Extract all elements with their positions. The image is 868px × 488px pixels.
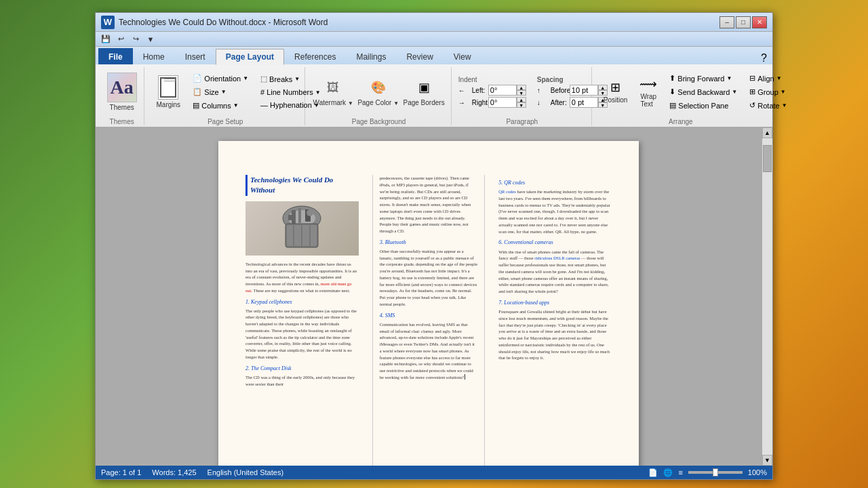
- bring-forward-button[interactable]: ⬆ Bring Forward ▼: [665, 72, 742, 85]
- scroll-down-button[interactable]: ▼: [762, 455, 772, 466]
- page-setup-label: Page Setup: [151, 117, 299, 125]
- position-button[interactable]: ⊞ Position: [599, 77, 633, 106]
- page-background-group: 🖼 Watermark ▼ 🎨 Page Color ▼ ▣ Page Bord…: [307, 67, 452, 125]
- send-backward-button[interactable]: ⬇ Send Backward ▼: [665, 85, 742, 98]
- close-button[interactable]: ✕: [752, 16, 767, 28]
- document-container[interactable]: Technologies We Could Do Without: [96, 127, 762, 466]
- arrange-content: ⊞ Position ⟿ WrapText ⬆ Bring Forw: [599, 67, 763, 117]
- spacing-before-label: Before:: [551, 87, 567, 94]
- indent-left-input[interactable]: ▲ ▼: [488, 85, 526, 96]
- page-borders-button[interactable]: ▣ Page Borders: [402, 75, 445, 109]
- title-bar: W Technologies We Could Do Without.docx …: [96, 13, 772, 32]
- themes-group-content: Aa Themes: [105, 67, 138, 117]
- tab-review[interactable]: Review: [396, 48, 443, 64]
- page-color-button[interactable]: 🎨 Page Color ▼: [357, 75, 399, 109]
- view-outline-icon[interactable]: ≡: [678, 468, 682, 476]
- position-icon: ⊞: [610, 80, 620, 95]
- orientation-button[interactable]: 📄 Orientation ▼: [188, 72, 253, 85]
- bring-forward-icon: ⬆: [669, 74, 675, 83]
- section-2-heading: 2. The Compact Disk: [245, 365, 359, 372]
- tab-home[interactable]: Home: [133, 48, 175, 64]
- tab-page-layout[interactable]: Page Layout: [216, 49, 284, 65]
- page-borders-icon: ▣: [414, 77, 434, 98]
- orientation-icon: 📄: [193, 74, 202, 83]
- columns-button[interactable]: ▤ Columns ▼: [188, 99, 253, 112]
- page-background-label: Page Background: [312, 117, 446, 125]
- zoom-thumb[interactable]: [713, 468, 718, 476]
- section-6-text: With the rise of smart phones came the f…: [498, 249, 612, 295]
- language-info: English (United States): [208, 468, 284, 476]
- group-button[interactable]: ⊞ Group ▼: [745, 85, 791, 98]
- section-5-text: QR codes have taken the marketing indust…: [498, 188, 612, 235]
- undo-button[interactable]: ↩: [115, 33, 127, 45]
- align-button[interactable]: ⊟ Align ▼: [745, 72, 791, 85]
- indent-right-field[interactable]: [488, 97, 517, 108]
- page-background-content: 🖼 Watermark ▼ 🎨 Page Color ▼ ▣ Page Bord…: [312, 67, 446, 117]
- align-icon: ⊟: [749, 74, 755, 83]
- arrange-group-label: Arrange: [599, 117, 763, 125]
- quick-access-toolbar: 💾 ↩ ↪ ▼: [96, 32, 772, 47]
- margins-button[interactable]: Margins: [151, 73, 185, 111]
- selection-pane-button[interactable]: ▤ Selection Pane: [665, 99, 742, 112]
- wrap-text-button[interactable]: ⟿ WrapText: [635, 74, 662, 110]
- paragraph-group: Indent ← Left: ▲ ▼: [453, 67, 592, 125]
- size-button[interactable]: 📋 Size ▼: [188, 85, 253, 98]
- intro-text: Technological advances in the recent dec…: [245, 261, 359, 294]
- scroll-up-button[interactable]: ▲: [762, 127, 772, 138]
- indent-left-up[interactable]: ▲: [517, 85, 526, 90]
- indent-label: Indent: [458, 76, 496, 83]
- tab-mailings[interactable]: Mailings: [346, 48, 396, 64]
- tab-file[interactable]: File: [98, 48, 133, 64]
- minimize-button[interactable]: –: [719, 16, 734, 28]
- section-7-heading: 7. Location-based apps: [498, 299, 612, 306]
- scroll-track[interactable]: [762, 138, 772, 455]
- window-controls: – □ ✕: [719, 16, 767, 28]
- group-icon: ⊞: [749, 87, 755, 96]
- section-3-heading: 3. Bluetooth: [380, 239, 478, 246]
- document-area: Technologies We Could Do Without: [96, 127, 772, 466]
- tab-references[interactable]: References: [284, 48, 346, 64]
- watermark-button[interactable]: 🖼 Watermark ▼: [312, 75, 354, 109]
- scroll-thumb[interactable]: [763, 145, 772, 172]
- customize-button[interactable]: ▼: [144, 33, 157, 45]
- indent-right-input[interactable]: ▲ ▼: [488, 97, 526, 108]
- wrap-text-icon: ⟿: [639, 77, 657, 92]
- save-button[interactable]: 💾: [100, 33, 112, 45]
- arrange-group: ⊞ Position ⟿ WrapText ⬆ Bring Forw: [593, 67, 768, 125]
- view-normal-icon[interactable]: 📄: [648, 468, 658, 477]
- rotate-button[interactable]: ↺ Rotate ▼: [745, 99, 791, 112]
- spacing-before-icon: ↑: [537, 87, 548, 94]
- redo-button[interactable]: ↪: [130, 33, 142, 45]
- indent-left-down[interactable]: ▼: [517, 90, 526, 96]
- margins-icon: [158, 75, 178, 100]
- svg-rect-6: [288, 215, 295, 220]
- section-2-text: The CD was a thing of the early 2000s, a…: [245, 374, 359, 388]
- columns-icon: ▤: [193, 101, 199, 110]
- indent-right-down[interactable]: ▼: [517, 102, 526, 108]
- breaks-icon: ⬚: [260, 75, 267, 83]
- section-1-heading: 1. Keypad cellphones: [245, 298, 359, 306]
- tab-view[interactable]: View: [443, 48, 481, 64]
- maximize-button[interactable]: □: [736, 16, 751, 28]
- zoom-level: 100%: [748, 468, 767, 476]
- middle-column: predecessors, the cassette tape (drives)…: [372, 175, 486, 466]
- section-2-cont: predecessors, the cassette tape (drives)…: [380, 175, 478, 235]
- indent-left-row: ← Left: ▲ ▼: [458, 85, 526, 96]
- line-numbers-icon: #: [260, 88, 264, 96]
- tab-insert[interactable]: Insert: [175, 48, 216, 64]
- indent-left-field[interactable]: [488, 85, 517, 96]
- document-page: Technologies We Could Do Without: [218, 141, 639, 466]
- view-web-icon[interactable]: 🌐: [663, 468, 673, 477]
- indent-right-row: → Right: ▲ ▼: [458, 97, 526, 108]
- indent-left-icon: ←: [458, 87, 469, 94]
- section-1-text: The only people who use keypad cellphone…: [245, 308, 359, 361]
- right-column: 5. QR codes QR codes have taken the mark…: [498, 175, 612, 466]
- indent-right-label: Right:: [472, 99, 486, 106]
- help-icon[interactable]: ?: [761, 52, 767, 64]
- zoom-slider[interactable]: [688, 471, 743, 474]
- indent-right-up[interactable]: ▲: [517, 97, 526, 102]
- themes-button[interactable]: Aa Themes: [102, 70, 142, 114]
- section-7-text: Foursquare and Gowalla shined bright at …: [498, 308, 612, 361]
- vertical-scrollbar[interactable]: ▲ ▼: [762, 127, 772, 466]
- themes-group: Aa Themes Themes: [100, 67, 144, 125]
